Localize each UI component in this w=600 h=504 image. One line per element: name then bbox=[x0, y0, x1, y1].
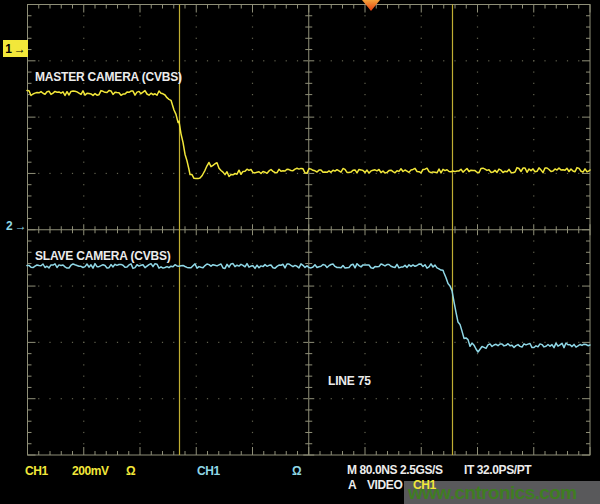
master-trace-label: MASTER CAMERA (CVBS) bbox=[35, 70, 182, 84]
ch1-ground-marker: 1→ bbox=[3, 40, 28, 57]
oscilloscope-screen: 1→ 2→ MASTER CAMERA (CVBS) SLAVE CAMERA … bbox=[0, 0, 600, 504]
trigger-a-readout: A bbox=[348, 478, 356, 492]
ch1-coupling-icon: Ω bbox=[126, 464, 135, 478]
slave-trace-label: SLAVE CAMERA (CVBS) bbox=[35, 249, 171, 263]
ch2-ground-marker: 2→ bbox=[6, 219, 27, 233]
ch1-marker-label: 1 bbox=[5, 42, 12, 56]
ch1-readout-scale: 200mV bbox=[72, 464, 109, 478]
right-arrow-icon: → bbox=[15, 219, 27, 233]
right-arrow-icon: → bbox=[14, 42, 26, 56]
ch2-readout-name: CH1 bbox=[197, 464, 220, 478]
ch2-coupling-icon: Ω bbox=[292, 464, 301, 478]
trigger-source-readout: CH1 bbox=[413, 478, 436, 492]
video-line-label: LINE 75 bbox=[328, 374, 371, 388]
sampling-readout: IT 32.0PS/PT bbox=[464, 463, 531, 477]
ch1-readout-name: CH1 bbox=[25, 464, 48, 478]
timebase-readout: M 80.0NS 2.5GS/S bbox=[347, 463, 443, 477]
ch2-marker-label: 2 bbox=[6, 219, 13, 233]
trigger-type-readout: VIDEO bbox=[367, 478, 402, 492]
